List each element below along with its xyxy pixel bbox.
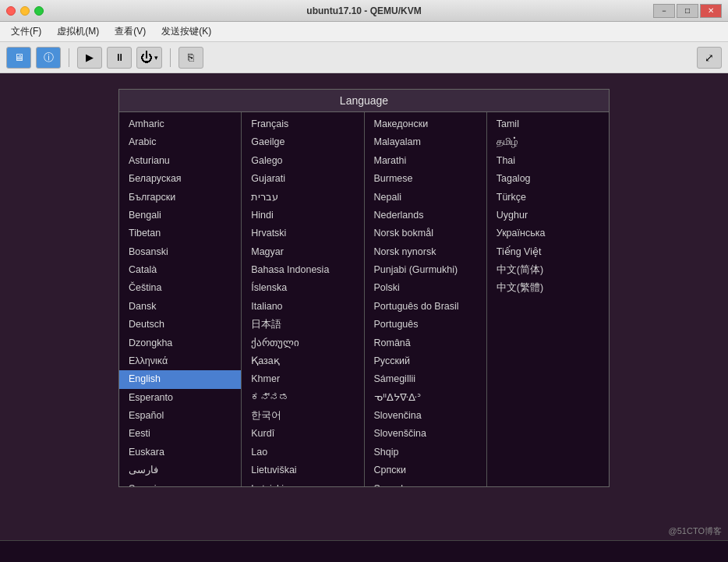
language-item[interactable]: Lietuviškai bbox=[242, 461, 363, 479]
language-item[interactable]: Íslenska bbox=[242, 279, 363, 297]
language-item[interactable]: Nederlands bbox=[365, 207, 486, 224]
monitor-button[interactable]: 🖥 bbox=[6, 47, 31, 69]
language-item[interactable]: Galego bbox=[242, 152, 363, 170]
language-item[interactable]: Tagalog bbox=[487, 170, 609, 188]
language-item[interactable]: Hrvatski bbox=[242, 224, 363, 242]
monitor-icon: 🖥 bbox=[14, 51, 24, 63]
language-item[interactable]: Punjabi (Gurmukhi) bbox=[365, 261, 486, 279]
win-restore-btn[interactable]: □ bbox=[677, 4, 698, 18]
language-item[interactable]: Magyar bbox=[242, 243, 363, 261]
power-dropdown-arrow: ▾ bbox=[154, 54, 158, 62]
language-item[interactable]: Қазақ bbox=[242, 352, 363, 370]
language-item[interactable]: Català bbox=[119, 261, 241, 279]
language-item[interactable]: Asturianu bbox=[119, 152, 241, 170]
language-item[interactable]: Čeština bbox=[119, 279, 241, 297]
language-item[interactable]: Arabic bbox=[119, 133, 241, 151]
language-item[interactable]: English bbox=[119, 370, 241, 388]
language-item[interactable]: Português bbox=[365, 316, 486, 334]
language-item[interactable]: Uyghur bbox=[487, 207, 609, 224]
menu-file[interactable]: 文件(F) bbox=[5, 23, 48, 40]
language-panel: Language AmharicArabicAsturianuБеларуска… bbox=[118, 89, 610, 487]
power-button-group[interactable]: ⏻ ▾ bbox=[136, 47, 162, 69]
language-item[interactable]: Български bbox=[119, 189, 241, 207]
language-item[interactable]: Türkçe bbox=[487, 189, 609, 207]
language-item[interactable]: Bengali bbox=[119, 207, 241, 224]
close-traffic-light[interactable] bbox=[6, 6, 16, 16]
win-minimize-btn[interactable]: － bbox=[653, 4, 675, 18]
language-item[interactable]: Українська bbox=[487, 224, 609, 242]
expand-button[interactable]: ⤢ bbox=[697, 47, 722, 69]
language-item[interactable]: Gujarati bbox=[242, 170, 363, 188]
language-item[interactable]: Shqip bbox=[365, 444, 486, 461]
play-button[interactable]: ▶ bbox=[77, 47, 102, 69]
main-area: Language AmharicArabicAsturianuБеларуска… bbox=[0, 73, 728, 562]
language-item[interactable]: Malayalam bbox=[365, 133, 486, 151]
language-item[interactable]: Tamil bbox=[487, 115, 609, 133]
info-button[interactable]: ⓘ bbox=[36, 47, 61, 69]
language-item[interactable]: Tibetan bbox=[119, 224, 241, 242]
language-item[interactable]: ᓀᐦᐃᔭᐍᐏᐣ bbox=[365, 389, 486, 407]
menu-sendkey[interactable]: 发送按键(K) bbox=[155, 23, 217, 40]
win-close-btn[interactable]: ✕ bbox=[700, 4, 722, 18]
language-item[interactable]: Norsk nynorsk bbox=[365, 243, 486, 261]
language-item[interactable]: Bahasa Indonesia bbox=[242, 261, 363, 279]
language-item[interactable]: Latviski bbox=[242, 480, 363, 487]
menu-vm[interactable]: 虚拟机(M) bbox=[51, 23, 105, 40]
language-item[interactable]: فارسی bbox=[119, 461, 241, 479]
language-item[interactable]: Esperanto bbox=[119, 389, 241, 407]
language-item[interactable]: Polski bbox=[365, 279, 486, 297]
language-item[interactable]: Српски bbox=[365, 461, 486, 479]
language-item[interactable]: Hindi bbox=[242, 207, 363, 224]
language-item[interactable]: 中文(简体) bbox=[487, 261, 609, 279]
language-item[interactable]: தமிழ் bbox=[487, 133, 609, 151]
language-item[interactable]: Marathi bbox=[365, 152, 486, 170]
language-item[interactable]: Français bbox=[242, 115, 363, 133]
language-item[interactable]: Svenska bbox=[365, 480, 486, 487]
language-item[interactable]: Slovenčina bbox=[365, 407, 486, 425]
screenshot-button[interactable]: ⎘ bbox=[178, 47, 203, 69]
language-item[interactable]: 中文(繁體) bbox=[487, 279, 609, 297]
language-item[interactable]: Khmer bbox=[242, 370, 363, 388]
language-item[interactable]: Bosanski bbox=[119, 243, 241, 261]
language-item[interactable]: Română bbox=[365, 334, 486, 352]
power-icon: ⏻ bbox=[140, 51, 153, 65]
language-item[interactable]: Italiano bbox=[242, 298, 363, 316]
language-item[interactable]: ქართული bbox=[242, 334, 363, 352]
language-item[interactable]: Deutsch bbox=[119, 316, 241, 334]
language-column-3: МакедонскиMalayalamMarathiBurmeseNepaliN… bbox=[365, 112, 487, 486]
language-item[interactable]: Lao bbox=[242, 444, 363, 461]
language-item[interactable]: Sámegillii bbox=[365, 370, 486, 388]
language-item[interactable]: Ελληνικά bbox=[119, 352, 241, 370]
language-item[interactable]: Eesti bbox=[119, 425, 241, 443]
language-header: Language bbox=[119, 90, 609, 112]
language-item[interactable]: 日本語 bbox=[242, 316, 363, 334]
language-item[interactable]: Euskara bbox=[119, 444, 241, 461]
language-item[interactable]: Gaeilge bbox=[242, 133, 363, 151]
language-item[interactable]: Kurdî bbox=[242, 425, 363, 443]
menu-bar: 文件(F) 虚拟机(M) 查看(V) 发送按键(K) bbox=[0, 22, 728, 42]
language-item[interactable]: Slovenščina bbox=[365, 425, 486, 443]
language-item[interactable]: Português do Brasil bbox=[365, 298, 486, 316]
play-icon: ▶ bbox=[86, 51, 94, 63]
language-item[interactable]: Dansk bbox=[119, 298, 241, 316]
toolbar-separator-2 bbox=[170, 48, 171, 67]
menu-view[interactable]: 查看(V) bbox=[108, 23, 152, 40]
language-item[interactable]: Suomi bbox=[119, 480, 241, 487]
language-item[interactable]: Norsk bokmål bbox=[365, 224, 486, 242]
language-item[interactable]: Amharic bbox=[119, 115, 241, 133]
language-item[interactable]: עברית bbox=[242, 189, 363, 207]
maximize-traffic-light[interactable] bbox=[34, 6, 44, 16]
language-item[interactable]: Dzongkha bbox=[119, 334, 241, 352]
language-item[interactable]: Беларуская bbox=[119, 170, 241, 188]
language-item[interactable]: ಕನ್ನಡ bbox=[242, 389, 363, 407]
language-item[interactable]: Македонски bbox=[365, 115, 486, 133]
language-item[interactable]: Thai bbox=[487, 152, 609, 170]
language-item[interactable]: Tiếng Việt bbox=[487, 243, 609, 261]
language-item[interactable]: Nepali bbox=[365, 189, 486, 207]
language-item[interactable]: Burmese bbox=[365, 170, 486, 188]
language-item[interactable]: Español bbox=[119, 407, 241, 425]
pause-button[interactable]: ⏸ bbox=[107, 47, 132, 69]
minimize-traffic-light[interactable] bbox=[20, 6, 30, 16]
language-item[interactable]: Русский bbox=[365, 352, 486, 370]
language-item[interactable]: 한국어 bbox=[242, 407, 363, 425]
